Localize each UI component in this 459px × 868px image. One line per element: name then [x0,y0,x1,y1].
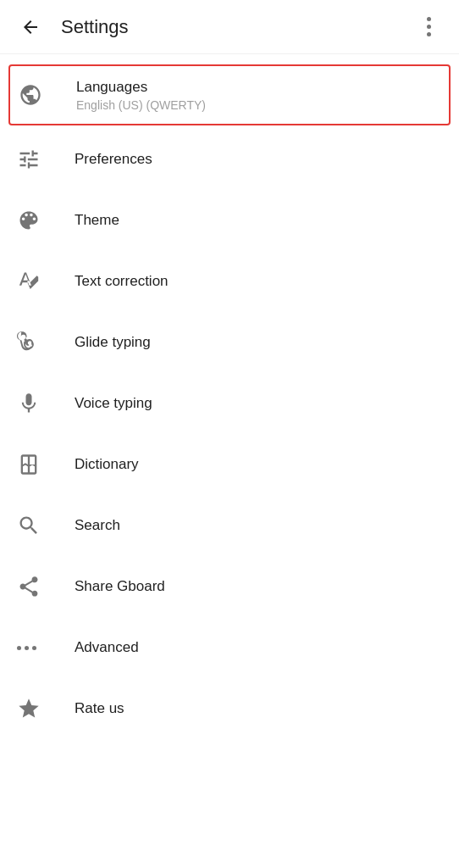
menu-item-text-correction[interactable]: Text correction [0,251,459,312]
glide-typing-label: Glide typing [75,333,151,352]
star-icon [17,697,54,721]
text-correction-label: Text correction [75,272,169,291]
advanced-label: Advanced [75,638,139,657]
menu-item-rate-us[interactable]: Rate us [0,678,459,739]
more-options-button[interactable] [412,10,445,44]
palette-icon [17,209,54,232]
theme-text: Theme [75,211,119,230]
voice-typing-label: Voice typing [75,394,152,413]
menu-item-voice-typing[interactable]: Voice typing [0,373,459,434]
search-text: Search [75,516,120,535]
advanced-text: Advanced [75,638,139,657]
more-icon [427,17,431,36]
languages-label: Languages [76,78,206,97]
preferences-label: Preferences [75,150,152,169]
preferences-text: Preferences [75,150,152,169]
text-correction-icon [17,270,54,293]
menu-item-share-gboard[interactable]: Share Gboard [0,556,459,617]
dictionary-icon [17,453,54,476]
menu-item-theme[interactable]: Theme [0,190,459,251]
menu-item-search[interactable]: Search [0,495,459,556]
search-label: Search [75,516,120,535]
advanced-icon [17,646,54,650]
rate-us-text: Rate us [75,699,124,718]
text-correction-text: Text correction [75,272,169,291]
globe-icon [19,83,56,107]
back-icon [20,17,41,37]
glide-typing-text: Glide typing [75,333,151,352]
search-icon [17,514,54,537]
microphone-icon [17,392,54,415]
menu-item-advanced[interactable]: Advanced [0,617,459,678]
settings-menu: Languages English (US) (QWERTY) Preferen… [0,54,459,746]
share-gboard-label: Share Gboard [75,577,165,596]
voice-typing-text: Voice typing [75,394,152,413]
page-title: Settings [61,16,412,38]
languages-text: Languages English (US) (QWERTY) [76,78,206,112]
share-icon [17,575,54,598]
menu-item-dictionary[interactable]: Dictionary [0,434,459,495]
horizontal-dots [17,646,36,650]
menu-item-languages[interactable]: Languages English (US) (QWERTY) [8,64,451,125]
share-gboard-text: Share Gboard [75,577,165,596]
sliders-icon [17,147,54,171]
back-button[interactable] [14,10,47,44]
rate-us-label: Rate us [75,699,124,718]
dictionary-label: Dictionary [75,455,139,474]
languages-sublabel: English (US) (QWERTY) [76,98,206,112]
glide-typing-icon [17,331,54,354]
menu-item-preferences[interactable]: Preferences [0,129,459,190]
theme-label: Theme [75,211,119,230]
app-header: Settings [0,0,459,54]
menu-item-glide-typing[interactable]: Glide typing [0,312,459,373]
dictionary-text: Dictionary [75,455,139,474]
